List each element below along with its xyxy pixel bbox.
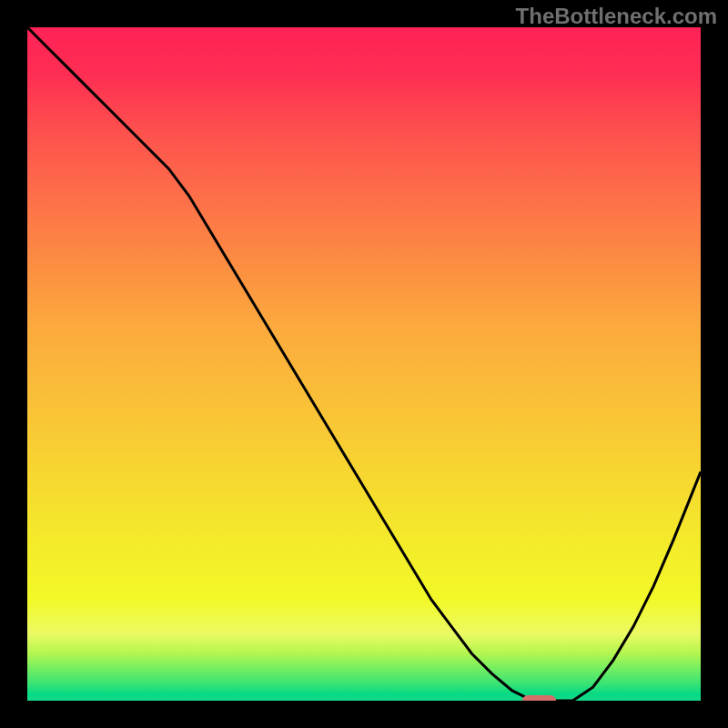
watermark-text: TheBottleneck.com [516,4,717,29]
figure-container: TheBottleneck.com [0,0,728,728]
minimum-marker [522,695,556,701]
bottleneck-curve [27,27,701,701]
curve-line [27,27,701,701]
plot-area [27,27,701,701]
